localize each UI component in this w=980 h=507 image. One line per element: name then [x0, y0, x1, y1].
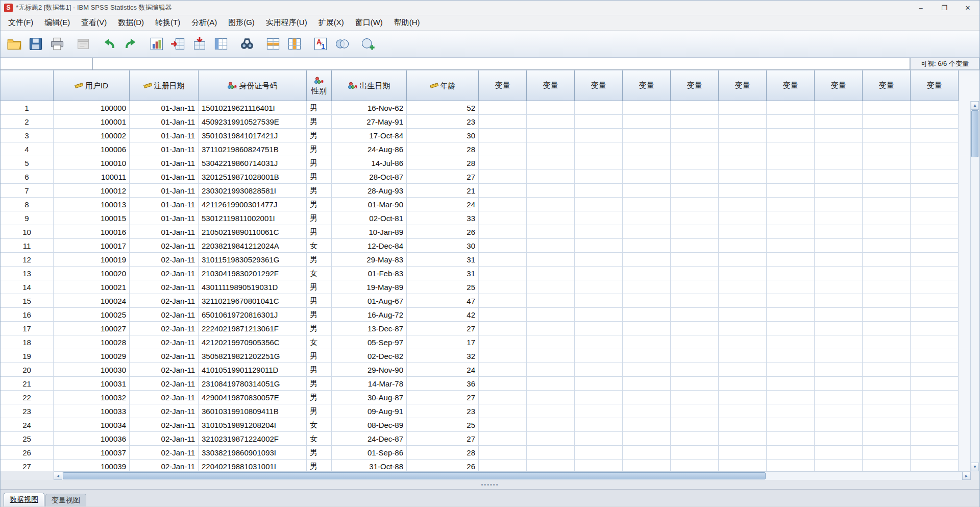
empty-cell[interactable] [575, 184, 623, 198]
cell-gender[interactable]: 男 [307, 377, 332, 391]
cell-age[interactable]: 25 [407, 280, 479, 294]
empty-cell[interactable] [575, 294, 623, 308]
empty-cell[interactable] [719, 363, 767, 377]
cell-birthdate[interactable]: 28-Oct-87 [332, 170, 407, 184]
cell-userid[interactable]: 100030 [54, 363, 130, 377]
cell-age[interactable]: 23 [407, 115, 479, 129]
cell-idcard[interactable]: 53042219860714031J [199, 156, 307, 170]
cell-gender[interactable]: 男 [307, 142, 332, 156]
cell-birthdate[interactable]: 19-May-89 [332, 280, 407, 294]
cell-age[interactable]: 23 [407, 404, 479, 418]
empty-cell[interactable] [863, 115, 911, 129]
cell-age[interactable]: 26 [407, 460, 479, 471]
menu-item[interactable]: 文件(F) [3, 15, 39, 30]
cell-userid[interactable]: 100028 [54, 335, 130, 349]
cell-userid[interactable]: 100021 [54, 280, 130, 294]
empty-cell[interactable] [911, 432, 959, 446]
column-header-placeholder[interactable]: 变量 [719, 70, 767, 101]
horizontal-scrollbar[interactable]: ◄ ► [54, 471, 971, 480]
row-number-cell[interactable]: 20 [1, 363, 54, 377]
cell-age[interactable]: 27 [407, 322, 479, 335]
empty-cell[interactable] [623, 198, 671, 211]
column-header-placeholder[interactable]: 变量 [671, 70, 719, 101]
cell-userid[interactable]: 100032 [54, 391, 130, 404]
empty-cell[interactable] [815, 129, 863, 142]
empty-cell[interactable] [479, 363, 527, 377]
empty-cell[interactable] [623, 115, 671, 129]
horizontal-scroll-track[interactable] [62, 472, 962, 480]
empty-cell[interactable] [767, 322, 815, 335]
empty-cell[interactable] [863, 432, 911, 446]
cell-gender[interactable]: 男 [307, 391, 332, 404]
row-number-cell[interactable]: 24 [1, 418, 54, 432]
empty-cell[interactable] [767, 267, 815, 280]
row-number-cell[interactable]: 8 [1, 198, 54, 211]
menu-item[interactable]: 扩展(X) [313, 15, 350, 30]
cell-gender[interactable]: 男 [307, 170, 332, 184]
empty-cell[interactable] [911, 184, 959, 198]
row-number-cell[interactable]: 12 [1, 253, 54, 267]
empty-cell[interactable] [719, 404, 767, 418]
empty-cell[interactable] [719, 267, 767, 280]
empty-cell[interactable] [623, 308, 671, 322]
cell-gender[interactable]: 男 [307, 404, 332, 418]
empty-cell[interactable] [815, 418, 863, 432]
cell-idcard[interactable]: 33038219860901093I [199, 446, 307, 460]
empty-cell[interactable] [671, 280, 719, 294]
empty-cell[interactable] [671, 294, 719, 308]
empty-cell[interactable] [815, 184, 863, 198]
cell-userid[interactable]: 100020 [54, 267, 130, 280]
row-number-cell[interactable]: 26 [1, 446, 54, 460]
empty-cell[interactable] [575, 377, 623, 391]
menu-item[interactable]: 图形(G) [223, 15, 260, 30]
cell-userid[interactable]: 100002 [54, 129, 130, 142]
empty-cell[interactable] [719, 198, 767, 211]
scroll-right-icon[interactable]: ► [962, 472, 971, 480]
column-header-placeholder[interactable]: 变量 [911, 70, 959, 101]
cell-regdate[interactable]: 01-Jan-11 [130, 156, 199, 170]
cell-userid[interactable]: 100031 [54, 377, 130, 391]
empty-cell[interactable] [479, 129, 527, 142]
empty-cell[interactable] [815, 460, 863, 471]
empty-cell[interactable] [863, 253, 911, 267]
cell-userid[interactable]: 100036 [54, 432, 130, 446]
empty-cell[interactable] [863, 101, 911, 115]
empty-cell[interactable] [623, 335, 671, 349]
cell-userid[interactable]: 100024 [54, 294, 130, 308]
pane-splitter[interactable]: •••••• [1, 480, 979, 489]
cell-birthdate[interactable]: 01-Mar-90 [332, 198, 407, 211]
cell-idcard[interactable]: 42112619900301477J [199, 198, 307, 211]
empty-cell[interactable] [575, 115, 623, 129]
empty-cell[interactable] [671, 418, 719, 432]
empty-cell[interactable] [719, 377, 767, 391]
empty-cell[interactable] [863, 170, 911, 184]
empty-cell[interactable] [815, 391, 863, 404]
empty-cell[interactable] [575, 101, 623, 115]
empty-cell[interactable] [767, 349, 815, 363]
cell-userid[interactable]: 100011 [54, 170, 130, 184]
cell-userid[interactable]: 100037 [54, 446, 130, 460]
empty-cell[interactable] [671, 460, 719, 471]
empty-cell[interactable] [863, 460, 911, 471]
cell-userid[interactable]: 100033 [54, 404, 130, 418]
row-number-cell[interactable]: 4 [1, 142, 54, 156]
row-number-cell[interactable]: 1 [1, 101, 54, 115]
cell-idcard[interactable]: 23108419780314051G [199, 377, 307, 391]
cell-idcard[interactable]: 35010319841017421J [199, 129, 307, 142]
empty-cell[interactable] [767, 308, 815, 322]
empty-cell[interactable] [479, 267, 527, 280]
cell-age[interactable]: 30 [407, 129, 479, 142]
column-header-birthdate[interactable]: a出生日期 [332, 70, 407, 101]
empty-cell[interactable] [671, 198, 719, 211]
empty-cell[interactable] [527, 239, 575, 253]
cell-birthdate[interactable]: 05-Sep-97 [332, 335, 407, 349]
find-icon[interactable] [236, 33, 258, 55]
empty-cell[interactable] [911, 211, 959, 225]
empty-cell[interactable] [863, 322, 911, 335]
cell-idcard[interactable]: 21050219890110061C [199, 225, 307, 239]
empty-cell[interactable] [623, 391, 671, 404]
cell-idcard[interactable]: 42900419870830057E [199, 391, 307, 404]
cell-regdate[interactable]: 01-Jan-11 [130, 101, 199, 115]
empty-cell[interactable] [911, 363, 959, 377]
empty-cell[interactable] [527, 170, 575, 184]
